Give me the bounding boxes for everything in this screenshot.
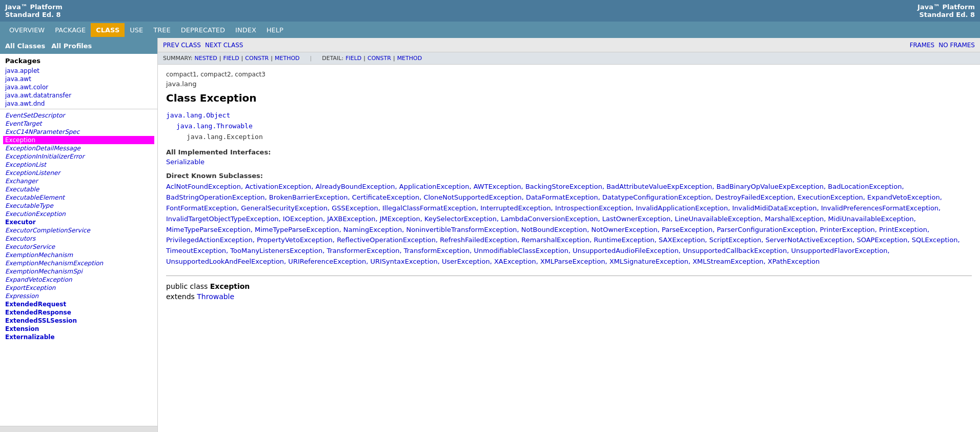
extends-keyword: extends <box>166 292 197 301</box>
no-frames-link[interactable]: NO FRAMES <box>938 42 975 49</box>
package-java-awt[interactable]: java.awt <box>5 75 152 83</box>
class-item-ExtendedResponse[interactable]: ExtendedResponse <box>3 308 154 317</box>
header-title-right: Java™ Platform Standard Ed. 8 <box>917 3 975 18</box>
header-title-left: Java™ Platform Standard Ed. 8 <box>5 3 63 18</box>
class-item-ExtendedRequest[interactable]: ExtendedRequest <box>3 300 154 308</box>
package-java-applet[interactable]: java.applet <box>5 67 152 75</box>
sidebar-hscrollbar[interactable] <box>0 426 157 432</box>
class-item-ExportException[interactable]: ExportException <box>3 284 154 292</box>
packages-list: java.applet java.awt java.awt.color java… <box>0 66 157 109</box>
class-item-Exception[interactable]: Exception <box>3 136 154 144</box>
all-profiles-link[interactable]: All Profiles <box>51 42 92 50</box>
nav-help[interactable]: HELP <box>261 23 289 37</box>
content-area: PREV CLASS NEXT CLASS FRAMES NO FRAMES S… <box>158 38 980 432</box>
breadcrumbs: compact1, compact2, compact3 <box>166 71 972 78</box>
nav-bar: OVERVIEW PACKAGE CLASS USE TREE DEPRECAT… <box>0 22 980 38</box>
declaration-public: public class <box>166 282 210 290</box>
detail-label: DETAIL: <box>322 55 343 62</box>
detail-sep1: | <box>363 55 365 62</box>
summary-sep1: | <box>219 55 221 62</box>
nav-tree[interactable]: TREE <box>148 23 175 37</box>
summary-sep2: | <box>241 55 243 62</box>
class-item-ExpandVetoException[interactable]: ExpandVetoException <box>3 276 154 284</box>
package-name: java.lang <box>166 80 972 88</box>
nav-package[interactable]: PACKAGE <box>50 23 91 37</box>
class-item-EventSetDescriptor[interactable]: EventSetDescriptor <box>3 111 154 120</box>
class-item-ExemptionMechanismSpi[interactable]: ExemptionMechanismSpi <box>3 267 154 276</box>
packages-label: Packages <box>0 54 157 66</box>
nav-overview[interactable]: OVERVIEW <box>4 23 50 37</box>
class-item-Executable[interactable]: Executable <box>3 185 154 193</box>
declaration-classname: Exception <box>210 282 250 290</box>
sidebar: All Classes All Profiles Packages java.a… <box>0 38 158 432</box>
package-java-awt-color[interactable]: java.awt.color <box>5 83 152 91</box>
detail-field-link[interactable]: FIELD <box>345 55 361 62</box>
class-list-scroll[interactable]: EventSetDescriptor EventTarget ExcC14NPa… <box>0 109 157 426</box>
divider <box>166 276 972 276</box>
class-item-ExceptionDetailMessage[interactable]: ExceptionDetailMessage <box>3 144 154 152</box>
extends-declaration: extends Throwable <box>166 292 972 301</box>
class-item-ExemptionMechanismException[interactable]: ExemptionMechanismException <box>3 259 154 267</box>
main-layout: All Classes All Profiles Packages java.a… <box>0 38 980 432</box>
nav-use[interactable]: USE <box>125 23 148 37</box>
interfaces-list: Serializable <box>166 158 972 166</box>
class-item-ExemptionMechanism[interactable]: ExemptionMechanism <box>3 251 154 259</box>
class-item-Expression[interactable]: Expression <box>3 292 154 300</box>
content-scroll[interactable]: compact1, compact2, compact3 java.lang C… <box>158 65 980 432</box>
subclasses-section: Direct Known Subclasses: AclNotFoundExce… <box>166 172 972 267</box>
interfaces-label: All Implemented Interfaces: <box>166 148 972 156</box>
class-item-ExcC14NParameterSpec[interactable]: ExcC14NParameterSpec <box>3 128 154 136</box>
class-item-ExecutorCompletionService[interactable]: ExecutorCompletionService <box>3 226 154 234</box>
nav-index[interactable]: INDEX <box>230 23 261 37</box>
summary-constr-link[interactable]: CONSTR <box>245 55 269 62</box>
class-item-Executor[interactable]: Executor <box>3 218 154 226</box>
sub-nav: PREV CLASS NEXT CLASS FRAMES NO FRAMES <box>158 38 980 52</box>
inherit-object-link[interactable]: java.lang.Object <box>166 111 230 119</box>
class-item-Executors[interactable]: Executors <box>3 234 154 243</box>
nav-class[interactable]: CLASS <box>91 23 125 37</box>
class-item-ExceptionInInitializerError[interactable]: ExceptionInInitializerError <box>3 152 154 161</box>
class-item-ExecutableElement[interactable]: ExecutableElement <box>3 193 154 202</box>
serializable-link[interactable]: Serializable <box>166 158 205 166</box>
extends-throwable-link[interactable]: Throwable <box>197 292 234 301</box>
class-item-ExceptionList[interactable]: ExceptionList <box>3 161 154 169</box>
summary-bar: SUMMARY: NESTED | FIELD | CONSTR | METHO… <box>158 52 980 65</box>
prev-class-link[interactable]: PREV CLASS <box>163 42 201 49</box>
sidebar-top-links: All Classes All Profiles <box>0 38 157 54</box>
class-declaration: public class Exception <box>166 282 972 290</box>
package-java-awt-datatransfer[interactable]: java.awt.datatransfer <box>5 91 152 100</box>
inheritance-tree: java.lang.Object java.lang.Throwable jav… <box>166 110 972 142</box>
package-java-awt-dnd[interactable]: java.awt.dnd <box>5 100 152 108</box>
inherit-exception: java.lang.Exception <box>187 133 263 141</box>
detail-method-link[interactable]: METHOD <box>397 55 422 62</box>
subclasses-label: Direct Known Subclasses: <box>166 172 972 180</box>
class-item-ExecutableType[interactable]: ExecutableType <box>3 202 154 210</box>
next-class-link[interactable]: NEXT CLASS <box>205 42 243 49</box>
top-header: Java™ Platform Standard Ed. 8 Java™ Plat… <box>0 0 980 22</box>
subclasses-text: AclNotFoundException, ActivationExceptio… <box>166 182 972 267</box>
class-item-EventTarget[interactable]: EventTarget <box>3 120 154 128</box>
class-title: Class Exception <box>166 92 972 104</box>
class-item-Externalizable[interactable]: Externalizable <box>3 333 154 341</box>
class-item-ExecutorService[interactable]: ExecutorService <box>3 243 154 251</box>
summary-sep3: | <box>271 55 273 62</box>
class-list: EventSetDescriptor EventTarget ExcC14NPa… <box>0 109 157 343</box>
summary-method-link[interactable]: METHOD <box>275 55 300 62</box>
summary-field-link[interactable]: FIELD <box>223 55 239 62</box>
class-item-Extension[interactable]: Extension <box>3 325 154 333</box>
all-classes-link[interactable]: All Classes <box>5 42 45 50</box>
summary-label: SUMMARY: <box>163 55 192 62</box>
inherit-throwable-link[interactable]: java.lang.Throwable <box>176 122 253 130</box>
detail-sep2: | <box>393 55 395 62</box>
class-item-ExceptionListener[interactable]: ExceptionListener <box>3 169 154 177</box>
nav-deprecated[interactable]: DEPRECATED <box>176 23 230 37</box>
class-item-ExtendedSSLSession[interactable]: ExtendedSSLSession <box>3 317 154 325</box>
detail-constr-link[interactable]: CONSTR <box>368 55 391 62</box>
class-item-ExecutionException[interactable]: ExecutionException <box>3 210 154 218</box>
summary-nested-link[interactable]: NESTED <box>194 55 217 62</box>
class-item-Exchanger[interactable]: Exchanger <box>3 177 154 185</box>
frames-link[interactable]: FRAMES <box>910 42 935 49</box>
